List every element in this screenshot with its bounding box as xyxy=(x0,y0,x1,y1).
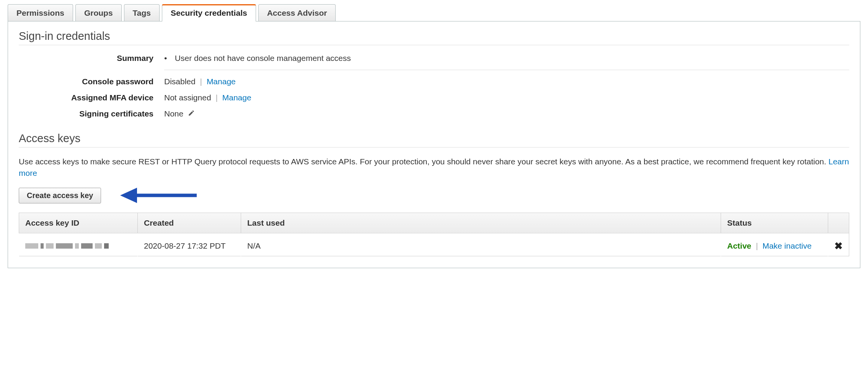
access-keys-heading: Access keys xyxy=(19,132,849,147)
console-password-label: Console password xyxy=(19,77,164,86)
col-last-used[interactable]: Last used xyxy=(241,213,721,233)
col-status[interactable]: Status xyxy=(721,213,828,233)
status-badge: Active xyxy=(727,241,751,250)
manage-mfa-link[interactable]: Manage xyxy=(222,93,251,102)
separator: | xyxy=(754,241,760,250)
tab-bar: Permissions Groups Tags Security credent… xyxy=(8,4,860,21)
annotation-arrow-icon xyxy=(120,185,201,206)
redacted-key-id xyxy=(25,243,109,249)
col-created[interactable]: Created xyxy=(138,213,241,233)
signing-cert-label: Signing certificates xyxy=(19,109,164,118)
access-keys-description: Use access keys to make secure REST or H… xyxy=(19,156,849,179)
create-key-row: Create access key xyxy=(19,188,849,203)
summary-label: Summary xyxy=(19,54,164,63)
tab-access-advisor[interactable]: Access Advisor xyxy=(258,4,336,21)
cell-delete: ✖ xyxy=(828,233,849,256)
separator: | xyxy=(198,77,204,86)
tab-permissions[interactable]: Permissions xyxy=(8,4,73,21)
signing-cert-status: None xyxy=(164,109,183,118)
summary-value-row: • User does not have console management … xyxy=(164,54,849,70)
col-access-key-id[interactable]: Access key ID xyxy=(19,213,138,233)
access-keys-table: Access key ID Created Last used Status 2… xyxy=(19,213,849,256)
table-row: 2020-08-27 17:32 PDT N/A Active | Make i… xyxy=(19,233,849,256)
col-actions xyxy=(828,213,849,233)
mfa-value: Not assigned | Manage xyxy=(164,93,849,102)
cell-status: Active | Make inactive xyxy=(721,233,828,256)
pencil-icon[interactable] xyxy=(188,109,195,118)
bullet-icon: • xyxy=(164,54,173,63)
console-password-value: Disabled | Manage xyxy=(164,77,849,86)
delete-icon[interactable]: ✖ xyxy=(834,240,843,252)
svg-marker-1 xyxy=(120,188,137,203)
tab-tags[interactable]: Tags xyxy=(124,4,160,21)
separator: | xyxy=(213,93,220,102)
signin-credentials-heading: Sign-in credentials xyxy=(19,30,849,45)
signing-cert-value: None xyxy=(164,109,849,118)
mfa-label: Assigned MFA device xyxy=(19,93,164,102)
mfa-status: Not assigned xyxy=(164,93,211,102)
cell-access-key-id xyxy=(19,233,138,256)
summary-text: User does not have console management ac… xyxy=(175,54,351,62)
tab-groups[interactable]: Groups xyxy=(75,4,122,21)
tab-security-credentials[interactable]: Security credentials xyxy=(162,4,256,21)
cell-created: 2020-08-27 17:32 PDT xyxy=(138,233,241,256)
manage-console-password-link[interactable]: Manage xyxy=(207,77,236,86)
table-header-row: Access key ID Created Last used Status xyxy=(19,213,849,233)
signin-credentials-grid: Summary • User does not have console man… xyxy=(19,54,849,118)
create-access-key-button[interactable]: Create access key xyxy=(19,188,101,203)
security-credentials-panel: Sign-in credentials Summary • User does … xyxy=(8,21,860,268)
access-keys-description-text: Use access keys to make secure REST or H… xyxy=(19,157,829,166)
cell-last-used: N/A xyxy=(241,233,721,256)
console-password-status: Disabled xyxy=(164,77,196,86)
make-inactive-link[interactable]: Make inactive xyxy=(762,241,811,250)
